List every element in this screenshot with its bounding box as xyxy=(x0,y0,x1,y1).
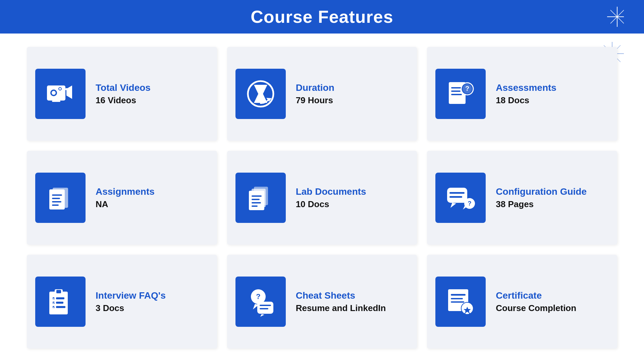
total-videos-label: Total Videos xyxy=(96,82,151,93)
svg-rect-69 xyxy=(257,302,273,314)
svg-rect-65 xyxy=(56,306,65,308)
page-header: Course Features xyxy=(0,0,644,34)
assessment-icon: ? xyxy=(445,79,476,109)
svg-point-14 xyxy=(52,91,56,95)
svg-rect-47 xyxy=(449,196,462,198)
svg-rect-71 xyxy=(260,305,271,306)
svg-rect-57 xyxy=(56,297,64,299)
lab-doc-icon xyxy=(246,183,276,213)
svg-rect-44 xyxy=(447,188,467,203)
assessments-value: 18 Docs xyxy=(496,95,556,106)
assessments-label: Assessments xyxy=(496,82,556,93)
feature-card-cheat-sheets: ? Cheat Sheets Resume and LinkedIn xyxy=(227,255,417,349)
feature-card-certificate: Certificate Course Completion xyxy=(427,255,617,349)
svg-rect-18 xyxy=(52,101,60,102)
duration-icon-box xyxy=(235,69,286,119)
cheat-sheets-icon-box: ? xyxy=(235,277,286,327)
configuration-guide-value: 38 Pages xyxy=(496,199,587,209)
certificate-label: Certificate xyxy=(496,290,576,301)
svg-line-80 xyxy=(463,313,465,317)
duration-text: Duration 79 Hours xyxy=(296,82,334,106)
config-icon: ? xyxy=(445,183,476,213)
certificate-icon-box xyxy=(435,277,486,327)
interview-faqs-value: 3 Docs xyxy=(96,303,166,313)
duration-value: 79 Hours xyxy=(296,95,334,106)
cheat-sheets-text: Cheat Sheets Resume and LinkedIn xyxy=(296,290,386,313)
lab-documents-text: Lab Documents 10 Docs xyxy=(296,186,366,209)
svg-rect-43 xyxy=(252,205,258,207)
feature-card-assessments: ? Assessments 18 Docs xyxy=(427,47,617,141)
svg-text:?: ? xyxy=(465,85,469,92)
feature-card-assignments: Assignments NA xyxy=(27,151,217,245)
svg-rect-25 xyxy=(451,90,461,92)
svg-rect-76 xyxy=(451,301,464,303)
svg-rect-39 xyxy=(249,191,264,210)
duration-label: Duration xyxy=(296,82,334,93)
chat-doc-icon: ? xyxy=(246,287,276,317)
cheat-sheets-label: Cheat Sheets xyxy=(296,290,386,301)
feature-card-lab-documents: Lab Documents 10 Docs xyxy=(227,151,417,245)
configuration-guide-text: Configuration Guide 38 Pages xyxy=(496,186,587,209)
hourglass-icon xyxy=(246,79,276,109)
svg-rect-35 xyxy=(52,201,61,202)
certificate-icon xyxy=(445,287,476,317)
total-videos-text: Total Videos 16 Videos xyxy=(96,82,151,106)
svg-rect-32 xyxy=(49,189,65,209)
svg-text:?: ? xyxy=(256,292,260,301)
svg-rect-61 xyxy=(56,302,63,304)
svg-rect-41 xyxy=(252,199,260,200)
configuration-guide-icon-box: ? xyxy=(435,173,486,223)
svg-rect-42 xyxy=(252,202,261,203)
feature-card-configuration-guide: ? Configuration Guide 38 Pages xyxy=(427,151,617,245)
svg-text:?: ? xyxy=(468,200,472,207)
interview-faqs-icon-box xyxy=(35,277,86,327)
assignments-value: NA xyxy=(96,199,155,209)
assessments-text: Assessments 18 Docs xyxy=(496,82,556,106)
svg-rect-40 xyxy=(252,195,262,197)
svg-marker-70 xyxy=(260,314,264,317)
document-icon xyxy=(45,183,75,213)
header-decoration xyxy=(597,3,624,30)
interview-faqs-text: Interview FAQ's 3 Docs xyxy=(96,290,166,313)
features-grid: Total Videos 16 Videos Duration 79 Hours xyxy=(0,34,644,362)
total-videos-icon-box xyxy=(35,69,86,119)
lab-documents-label: Lab Documents xyxy=(296,186,366,197)
svg-rect-33 xyxy=(52,194,62,196)
certificate-value: Course Completion xyxy=(496,303,576,313)
feature-card-total-videos: Total Videos 16 Videos xyxy=(27,47,217,141)
svg-rect-36 xyxy=(52,204,59,206)
svg-marker-19 xyxy=(66,85,72,99)
assessments-icon-box: ? xyxy=(435,69,486,119)
svg-rect-34 xyxy=(52,198,60,199)
feature-card-interview-faqs: Interview FAQ's 3 Docs xyxy=(27,255,217,349)
certificate-text: Certificate Course Completion xyxy=(496,290,576,313)
lab-documents-value: 10 Docs xyxy=(296,199,366,209)
svg-rect-26 xyxy=(451,94,462,95)
svg-marker-21 xyxy=(254,85,267,103)
svg-rect-72 xyxy=(260,308,268,309)
lab-documents-icon-box xyxy=(235,173,286,223)
configuration-guide-label: Configuration Guide xyxy=(496,186,587,197)
svg-point-16 xyxy=(59,88,61,90)
assignments-label: Assignments xyxy=(96,186,155,197)
feature-card-duration: Duration 79 Hours xyxy=(227,47,417,141)
assignments-text: Assignments NA xyxy=(96,186,155,209)
total-videos-value: 16 Videos xyxy=(96,95,151,106)
svg-line-81 xyxy=(470,313,471,317)
page-title: Course Features xyxy=(251,7,393,27)
assignments-icon-box xyxy=(35,173,86,223)
svg-rect-74 xyxy=(451,294,466,296)
cheat-sheets-value: Resume and LinkedIn xyxy=(296,303,386,313)
svg-marker-45 xyxy=(450,203,456,208)
svg-rect-53 xyxy=(56,290,61,293)
video-camera-icon xyxy=(45,79,75,109)
svg-rect-75 xyxy=(451,298,463,299)
interview-faqs-label: Interview FAQ's xyxy=(96,290,166,301)
svg-rect-46 xyxy=(449,192,465,194)
checklist-icon xyxy=(45,287,75,317)
